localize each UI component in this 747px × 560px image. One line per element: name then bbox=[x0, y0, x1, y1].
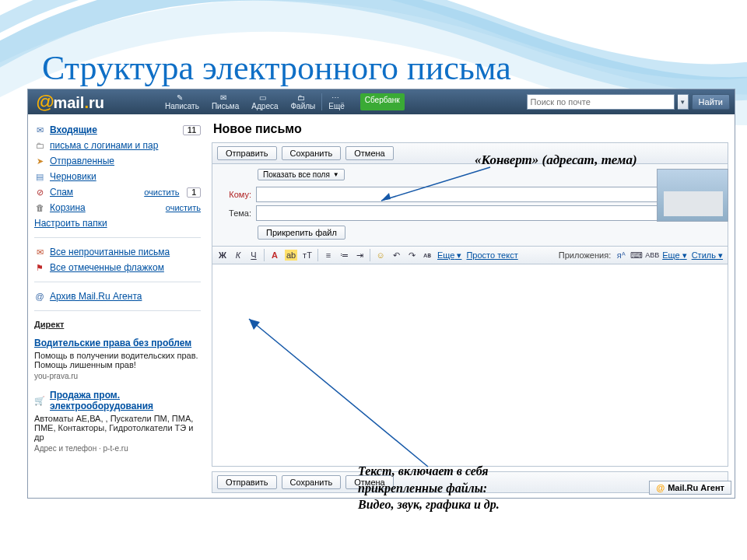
sidebar-flagged-label: Все отмеченные флажком bbox=[50, 262, 164, 273]
subject-label: Тема: bbox=[217, 208, 251, 218]
font-size-button[interactable]: тТ bbox=[302, 250, 313, 261]
underline-button[interactable]: Ч bbox=[248, 250, 259, 261]
divider bbox=[34, 237, 201, 238]
sidebar-logins-label: письма с логинами и пар bbox=[50, 140, 158, 151]
logo-at-icon: @ bbox=[36, 91, 54, 113]
ad1-source: you-prava.ru bbox=[34, 372, 201, 380]
list-button[interactable]: ≔ bbox=[338, 250, 349, 261]
ad2-title: Продажа пром. электрооборудования bbox=[50, 390, 201, 411]
redo-button[interactable]: ↷ bbox=[406, 250, 417, 261]
show-all-label: Показать все поля bbox=[263, 170, 330, 179]
spam-clear[interactable]: очистить bbox=[144, 187, 179, 197]
separator bbox=[317, 249, 318, 261]
search-input[interactable] bbox=[527, 94, 675, 110]
callout-body-line3: Видео, звук, графика и др. bbox=[358, 496, 500, 513]
indent-button[interactable]: ⇥ bbox=[354, 250, 365, 261]
align-button[interactable]: ≡ bbox=[323, 250, 334, 261]
toolbar-more[interactable]: Еще ▾ bbox=[437, 250, 461, 261]
envelope-panel: Показать все поля▼ Кому: Тема: Прикрепит… bbox=[212, 164, 728, 247]
navbar: @ mail . ru ✎Написать ✉Письма ▭Адреса 🗀Ф… bbox=[28, 89, 735, 114]
search-dropdown[interactable]: ▼ bbox=[678, 94, 689, 110]
sidebar-sent-label: Отправленные bbox=[50, 156, 114, 166]
chevron-down-icon: ▼ bbox=[333, 171, 339, 178]
callout-body-line1: Текст, включает в себя bbox=[358, 463, 500, 480]
nav-letters[interactable]: ✉Письма bbox=[205, 93, 245, 110]
editor-toolbar: Ж К Ч A ab тТ ≡ ≔ ⇥ ☺ ↶ ↷ ᴀʙ Еще ▾ Прост… bbox=[212, 247, 728, 264]
trash-icon: 🗑 bbox=[34, 203, 45, 212]
ad1-body: Помощь в получении водительских прав. По… bbox=[34, 351, 201, 369]
show-all-fields[interactable]: Показать все поля▼ bbox=[258, 169, 345, 180]
sidebar-logins[interactable]: 🗀 письма с логинами и пар bbox=[34, 138, 201, 153]
sidebar-archive[interactable]: @ Архив Mail.Ru Агента bbox=[34, 289, 201, 304]
sidebar: ✉ Входящие 11 🗀 письма с логинами и пар … bbox=[28, 114, 207, 498]
translate-app-icon[interactable]: яᴬ bbox=[615, 250, 626, 261]
italic-button[interactable]: К bbox=[233, 250, 244, 261]
send-button[interactable]: Отправить bbox=[217, 146, 277, 160]
nav-letters-label: Письма bbox=[212, 102, 239, 110]
sidebar-settings[interactable]: Настроить папки bbox=[34, 215, 201, 231]
search-button[interactable]: Найти bbox=[692, 94, 730, 110]
nav-files[interactable]: 🗀Файлы bbox=[285, 93, 322, 110]
mailru-agent-badge[interactable]: @ Mail.Ru Агент bbox=[649, 481, 731, 495]
save-button[interactable]: Сохранить bbox=[282, 146, 342, 160]
subject-row: Тема: bbox=[217, 205, 723, 221]
divider bbox=[34, 310, 201, 311]
sidebar-ad-1[interactable]: Водительские права без проблем Помощь в … bbox=[34, 338, 201, 380]
keyboard-app-icon[interactable]: ⌨ bbox=[631, 250, 642, 261]
envelope-icon: ✉ bbox=[34, 125, 45, 135]
dots-icon: ⋯ bbox=[331, 93, 342, 101]
envelope-icon: ✉ bbox=[220, 93, 231, 101]
undo-button[interactable]: ↶ bbox=[391, 250, 402, 261]
ban-icon: ⊘ bbox=[34, 187, 45, 197]
sidebar-unread[interactable]: ✉ Все непрочитанные письма bbox=[34, 244, 201, 260]
spam-count: 1 bbox=[187, 187, 201, 198]
nav-addresses[interactable]: ▭Адреса bbox=[245, 93, 284, 110]
sidebar-drafts-label: Черновики bbox=[50, 171, 96, 182]
editor-body[interactable] bbox=[212, 264, 728, 467]
pencil-icon: ✎ bbox=[177, 93, 188, 101]
toolbar-more-2-label: Еще bbox=[662, 250, 679, 260]
bg-color-button[interactable]: ab bbox=[285, 250, 297, 261]
flag-icon: ⚑ bbox=[34, 263, 45, 272]
sidebar-inbox-label: Входящие bbox=[50, 124, 97, 135]
chevron-down-icon: ▼ bbox=[679, 99, 686, 106]
nav-more[interactable]: ⋯Ещё bbox=[321, 93, 350, 110]
nav-sberbank[interactable]: Сбербанк bbox=[360, 93, 405, 110]
toolbar-more-2[interactable]: Еще ▾ bbox=[662, 250, 686, 261]
plain-text-toggle[interactable]: Просто текст bbox=[466, 250, 517, 260]
ad1-title: Водительские права без проблем bbox=[34, 338, 191, 348]
direct-label: Директ bbox=[34, 320, 64, 329]
nav-write[interactable]: ✎Написать bbox=[159, 93, 205, 110]
bold-button[interactable]: Ж bbox=[217, 250, 228, 261]
to-label: Кому: bbox=[217, 190, 251, 199]
font-color-button[interactable]: A bbox=[269, 250, 280, 261]
separator bbox=[370, 249, 370, 261]
subject-input[interactable] bbox=[256, 205, 723, 221]
style-menu[interactable]: Стиль ▾ bbox=[692, 250, 723, 261]
to-row: Кому: bbox=[217, 187, 723, 202]
sidebar-trash[interactable]: 🗑 Корзина очистить bbox=[34, 200, 201, 215]
sidebar-archive-label: Архив Mail.Ru Агента bbox=[50, 291, 142, 302]
callout-envelope: «Конверт» (адресат, тема) bbox=[475, 152, 637, 168]
trash-clear[interactable]: очистить bbox=[166, 203, 201, 212]
envelope-closed-icon: ✉ bbox=[34, 247, 45, 257]
divider bbox=[34, 282, 201, 282]
sidebar-spam[interactable]: ⊘ Спам очистить 1 bbox=[34, 184, 201, 200]
nav-files-label: Файлы bbox=[291, 102, 316, 110]
link-button[interactable]: ᴀʙ bbox=[422, 250, 433, 261]
sidebar-sent[interactable]: ➤ Отправленные bbox=[34, 153, 201, 169]
to-input[interactable] bbox=[256, 187, 723, 202]
save-button-bottom[interactable]: Сохранить bbox=[282, 475, 342, 489]
abc-app-icon[interactable]: ABB bbox=[647, 250, 658, 261]
ad2-source: Адрес и телефон · p-t-e.ru bbox=[34, 444, 201, 453]
send-button-bottom[interactable]: Отправить bbox=[217, 475, 277, 489]
logo[interactable]: @ mail . ru bbox=[28, 91, 112, 113]
sidebar-drafts[interactable]: ▤ Черновики bbox=[34, 169, 201, 184]
sidebar-inbox[interactable]: ✉ Входящие 11 bbox=[34, 122, 201, 138]
sidebar-flagged[interactable]: ⚑ Все отмеченные флажком bbox=[34, 260, 201, 275]
cancel-button[interactable]: Отмена bbox=[345, 146, 393, 160]
sidebar-ad-2[interactable]: 🛒Продажа пром. электрооборудования Автом… bbox=[34, 390, 201, 453]
slide-title: Структура электронного письма bbox=[42, 48, 511, 88]
emoji-button[interactable]: ☺ bbox=[375, 250, 386, 261]
attach-button[interactable]: Прикрепить файл bbox=[258, 226, 345, 240]
